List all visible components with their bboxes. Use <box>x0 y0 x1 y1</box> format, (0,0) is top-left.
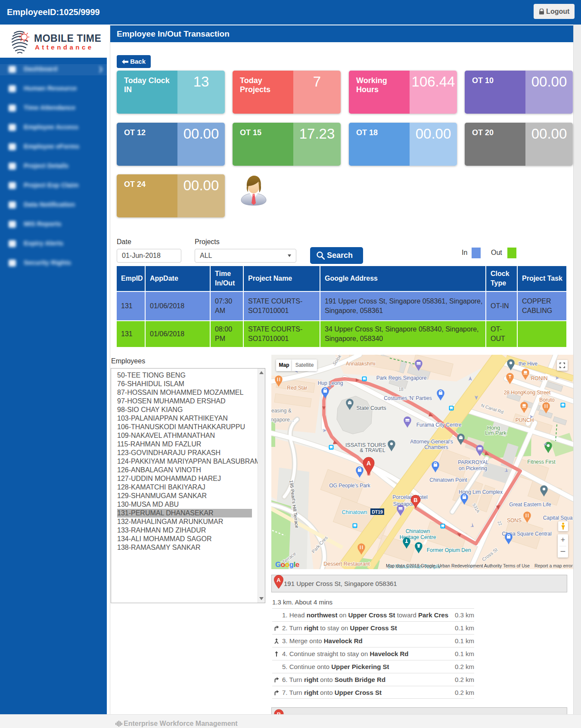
svg-text:Chinatown: Chinatown <box>342 509 367 515</box>
svg-text:PARKROYAL: PARKROYAL <box>458 459 489 465</box>
svg-text:Park Regis Singapore: Park Regis Singapore <box>376 375 427 381</box>
svg-text:Capital Squa: Capital Squa <box>543 515 573 521</box>
svg-text:SONS: SONS <box>507 517 522 524</box>
svg-text:PUNCH: PUNCH <box>516 417 534 423</box>
svg-text:Former Opium Den: Former Opium Den <box>427 547 471 553</box>
svg-text:State Courts: State Courts <box>356 405 386 411</box>
svg-text:A: A <box>367 460 371 467</box>
svg-text:Porcelain Hotel: Porcelain Hotel <box>392 494 427 500</box>
svg-text:Attendance: Attendance <box>35 43 94 51</box>
svg-text:Fitness First: Fitness First <box>527 459 556 465</box>
svg-text:ingapore...: ingapore... <box>271 417 294 423</box>
svg-text:Red Star: Red Star <box>287 385 307 391</box>
svg-text:Costumes 'N' Parties: Costumes 'N' Parties <box>384 395 432 401</box>
svg-text:Chinatown: Chinatown <box>406 528 430 534</box>
svg-text:easing &: easing & <box>271 408 292 414</box>
svg-text:Lim Park: Lim Park <box>485 430 506 436</box>
svg-text:Annalakshmi: Annalakshmi <box>346 361 376 367</box>
svg-text:Great Eastern Life: Great Eastern Life <box>509 502 551 508</box>
svg-text:& TRAVEL: & TRAVEL <box>360 447 385 453</box>
svg-text:Chinatown Point: Chinatown Point <box>429 477 467 483</box>
svg-text:MOBILE TIME: MOBILE TIME <box>34 33 101 44</box>
svg-text:the Hive: the Hive <box>519 361 538 367</box>
svg-text:DT19: DT19 <box>372 509 383 514</box>
svg-text:Furama City Centre: Furama City Centre <box>416 422 462 428</box>
svg-text:RONIN: RONIN <box>531 375 548 381</box>
svg-text:Dessert Restaurant: Dessert Restaurant <box>323 561 370 567</box>
svg-text:Hup Leong: Hup Leong <box>318 380 343 386</box>
svg-text:28 HongKong Street: 28 HongKong Street <box>504 390 551 396</box>
svg-text:B: B <box>413 497 417 503</box>
svg-text:Boruto: Boruto <box>539 397 555 403</box>
svg-text:Chambers: Chambers <box>424 444 448 450</box>
svg-text:OG People's Park: OG People's Park <box>329 483 371 489</box>
svg-text:Attorney-General's: Attorney-General's <box>410 439 453 445</box>
svg-text:on Pickering: on Pickering <box>459 465 487 471</box>
svg-text:18: 18 <box>398 387 404 392</box>
svg-text:A: A <box>277 577 281 583</box>
